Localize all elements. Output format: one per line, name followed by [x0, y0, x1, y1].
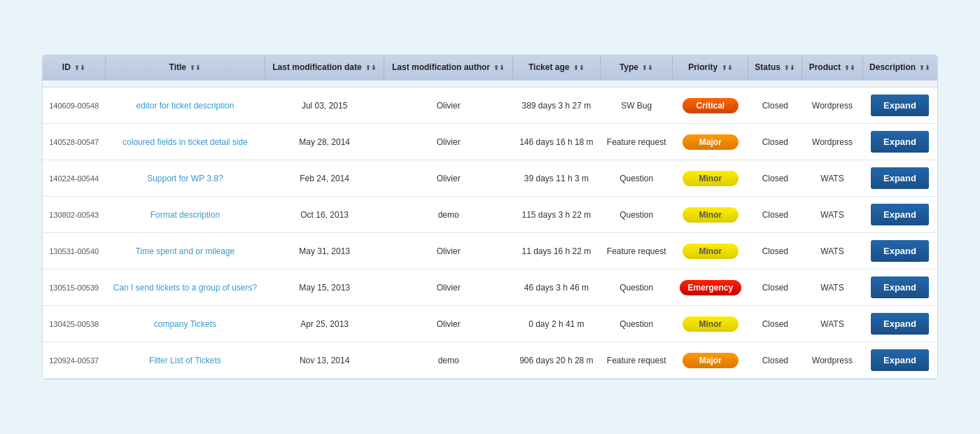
ticket-title-link[interactable]: Filter List of Tickets [149, 356, 221, 365]
sort-arrows-title[interactable]: ⬆⬇ [190, 64, 201, 73]
cell-mod-author: demo [384, 342, 513, 379]
cell-ticket-age: 115 days 3 h 22 m [512, 197, 600, 233]
table-row: 130802-00543 Format description Oct 16, … [43, 197, 937, 233]
cell-title[interactable]: editor for ticket description [105, 88, 265, 124]
col-header-title: Title ⬆⬇ [105, 55, 265, 80]
sort-arrows-product[interactable]: ⬆⬇ [844, 64, 855, 73]
cell-expand[interactable]: Expand [862, 88, 937, 124]
cell-mod-author: Olivier [384, 160, 513, 197]
expand-button[interactable]: Expand [871, 131, 929, 153]
cell-mod-date: Apr 25, 2013 [265, 306, 384, 342]
ticket-title-link[interactable]: Support for WP 3.8? [147, 174, 223, 183]
sort-arrows-description[interactable]: ⬆⬇ [919, 64, 930, 73]
priority-badge: Minor [682, 171, 738, 186]
expand-button[interactable]: Expand [871, 94, 929, 116]
cell-status: Closed [748, 233, 802, 270]
cell-ticket-age: 389 days 3 h 27 m [512, 88, 600, 124]
cell-type: SW Bug [600, 88, 673, 124]
cell-mod-date: May 31, 2013 [265, 233, 384, 270]
ticket-title-link[interactable]: company Tickets [154, 319, 216, 329]
sort-arrows-priority[interactable]: ⬆⬇ [722, 64, 733, 73]
ticket-title-link[interactable]: Format description [150, 210, 220, 220]
cell-product: WATS [802, 197, 862, 233]
cell-priority: Minor [673, 160, 748, 197]
cell-title[interactable]: Support for WP 3.8? [105, 160, 265, 197]
ticket-title-link[interactable]: Time spent and or mileage [136, 246, 235, 256]
cell-id: 140528-00547 [43, 124, 105, 160]
table-row: 120924-00537 Filter List of Tickets Nov … [43, 342, 937, 379]
col-header-id: ID ⬆⬇ [43, 55, 105, 80]
cell-product: WATS [802, 306, 862, 342]
expand-button[interactable]: Expand [871, 240, 929, 262]
cell-ticket-age: 0 day 2 h 41 m [512, 306, 600, 342]
cell-title[interactable]: coloured fields in ticket detail side [105, 124, 265, 160]
col-header-priority: Priority ⬆⬇ [673, 55, 748, 80]
cell-product: Wordpress [802, 88, 862, 124]
cell-status: Closed [748, 306, 802, 342]
cell-expand[interactable]: Expand [862, 342, 937, 379]
cell-expand[interactable]: Expand [862, 124, 937, 160]
col-header-ticket-age: Ticket age ⬆⬇ [512, 55, 600, 80]
sort-arrows-status[interactable]: ⬆⬇ [784, 64, 795, 73]
cell-title[interactable]: Can I send tickets to a group of users? [105, 270, 265, 306]
expand-button[interactable]: Expand [871, 204, 929, 225]
sort-arrows-id[interactable]: ⬆⬇ [74, 64, 85, 73]
cell-title[interactable]: company Tickets [105, 306, 265, 342]
cell-status: Closed [748, 124, 802, 160]
expand-button[interactable]: Expand [871, 276, 929, 298]
priority-badge: Major [682, 134, 738, 150]
cell-id: 130802-00543 [43, 197, 105, 233]
table-row: 130425-00538 company Tickets Apr 25, 201… [43, 306, 937, 342]
cell-type: Feature request [600, 342, 673, 379]
expand-button[interactable]: Expand [871, 313, 929, 335]
sort-arrows-ticket-age[interactable]: ⬆⬇ [573, 64, 584, 73]
cell-priority: Major [673, 342, 748, 379]
cell-product: WATS [802, 270, 862, 306]
expand-button[interactable]: Expand [871, 167, 929, 189]
ticket-title-link[interactable]: editor for ticket description [136, 101, 234, 111]
ticket-title-link[interactable]: Can I send tickets to a group of users? [113, 283, 257, 293]
cell-status: Closed [748, 342, 802, 379]
cell-priority: Minor [673, 306, 748, 342]
cell-title[interactable]: Filter List of Tickets [105, 342, 265, 379]
table-row: 130531-00540 Time spent and or mileage M… [43, 233, 937, 270]
cell-expand[interactable]: Expand [862, 197, 937, 233]
cell-expand[interactable]: Expand [862, 233, 937, 270]
cell-product: WATS [802, 233, 862, 270]
ticket-title-link[interactable]: coloured fields in ticket detail side [122, 137, 248, 147]
cell-type: Feature request [600, 233, 673, 270]
cell-status: Closed [748, 88, 802, 124]
cell-mod-date: Nov 13, 2014 [265, 342, 384, 379]
cell-status: Closed [748, 270, 802, 306]
col-header-description: Description ⬆⬇ [862, 55, 937, 80]
cell-priority: Minor [673, 233, 748, 270]
cell-type: Question [600, 306, 673, 342]
cell-expand[interactable]: Expand [862, 270, 937, 306]
priority-badge: Critical [682, 98, 738, 113]
sort-arrows-mod-author[interactable]: ⬆⬇ [493, 64, 505, 73]
cell-type: Question [600, 197, 673, 233]
cell-title[interactable]: Time spent and or mileage [105, 233, 265, 270]
sort-arrows-type[interactable]: ⬆⬇ [642, 64, 653, 73]
cell-ticket-age: 39 days 11 h 3 m [512, 160, 600, 197]
cell-product: Wordpress [802, 124, 862, 160]
col-header-product: Product ⬆⬇ [802, 55, 862, 80]
col-header-mod-author: Last modification author ⬆⬇ [384, 55, 513, 80]
sort-arrows-mod-date[interactable]: ⬆⬇ [365, 64, 377, 73]
cell-expand[interactable]: Expand [862, 306, 937, 342]
table-row: 130515-00539 Can I send tickets to a gro… [43, 270, 937, 306]
expand-button[interactable]: Expand [871, 349, 929, 371]
col-header-type: Type ⬆⬇ [600, 55, 673, 80]
cell-status: Closed [748, 197, 802, 233]
table-header-row: ID ⬆⬇ Title ⬆⬇ Last modification date ⬆⬇… [43, 55, 937, 80]
cell-mod-date: May 15, 2013 [265, 270, 384, 306]
cell-id: 130425-00538 [43, 306, 105, 342]
cell-id: 130531-00540 [43, 233, 105, 270]
cell-id: 120924-00537 [43, 342, 105, 379]
cell-mod-author: demo [384, 197, 513, 233]
cell-priority: Major [673, 124, 748, 160]
cell-expand[interactable]: Expand [862, 160, 937, 197]
cell-priority: Minor [673, 197, 748, 233]
cell-type: Feature request [600, 124, 673, 160]
cell-title[interactable]: Format description [105, 197, 265, 233]
